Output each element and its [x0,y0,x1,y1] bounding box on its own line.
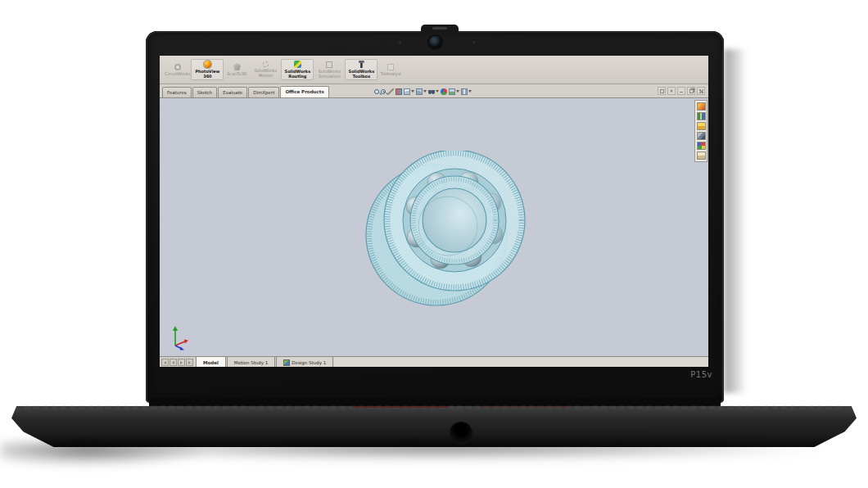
edit-appearance-icon [441,88,447,95]
previous-view-icon [387,88,394,95]
solidworks-resources-icon[interactable] [697,102,706,111]
task-pane [694,100,708,162]
previous-window-icon [660,89,664,93]
tab-evaluate[interactable]: Evaluate [218,87,247,97]
ball-bearing-model[interactable] [363,151,530,306]
microphone-left [399,41,401,43]
display-style-icon [416,88,423,95]
toolbar-item-photoview-360[interactable]: PhotoView 360 [191,59,224,80]
display-style-button[interactable] [416,88,427,95]
file-explorer-icon[interactable] [697,122,706,130]
toolbar-item-solidworks-motion[interactable]: SolidWorks Motion [250,61,281,79]
next-window-icon [671,89,673,93]
minimize-icon [680,92,683,93]
toolbar-item-circuitworks[interactable]: CircuitWorks [164,63,191,77]
study-tab-filler [334,357,708,367]
camera-shutter-slider [432,27,447,29]
previous-window-button[interactable] [658,87,666,95]
edit-appearance-button[interactable] [441,88,447,95]
reference-triad-icon [170,324,189,350]
section-view-icon [396,88,402,95]
next-tab-button[interactable] [178,359,185,366]
chevron-down-icon [468,90,472,93]
view-orientation-icon [404,88,410,95]
design-study-icon [283,359,290,366]
zoom-to-fit-icon [374,89,379,94]
keyboard-red-accent [352,406,449,408]
chevron-down-icon [411,90,414,93]
toolbar-item-solidworks-toolbox[interactable]: SolidWorks Toolbox [345,59,377,80]
scanto3d-icon [233,63,241,70]
tab-sketch[interactable]: Sketch [192,87,218,97]
study-tab-bar: Model Motion Study 1 Design Study 1 [160,356,708,367]
microphone-right [472,41,475,43]
keyboard-red-accent [480,406,570,408]
tab-motion-study-1[interactable]: Motion Study 1 [227,357,276,367]
next-window-button[interactable] [667,87,676,95]
photoview-360-icon [204,61,211,68]
view-settings-button[interactable] [461,88,472,95]
appearances-scenes-icon[interactable] [697,142,706,150]
solidworks-routing-icon [294,61,301,68]
hide-show-items-icon [428,88,435,95]
next-icon [180,361,183,364]
minimize-button[interactable] [677,87,685,95]
first-tab-button[interactable] [161,359,169,366]
solidworks-motion-icon [263,61,269,67]
tab-model[interactable]: Model [196,357,226,367]
hide-show-items-button[interactable] [428,88,439,95]
toolbar-item-tolanalyst[interactable]: TolAnalyst [377,63,404,77]
zoom-to-area-button[interactable] [381,89,386,94]
toolbar-item-solidworks-routing[interactable]: SolidWorks Routing [281,59,314,80]
tab-office-products[interactable]: Office Products [280,86,328,97]
zoom-to-area-icon [381,89,386,94]
chevron-down-icon [423,90,427,93]
section-view-button[interactable] [396,88,402,95]
zoom-to-fit-button[interactable] [374,89,379,94]
circuitworks-icon [174,64,181,70]
design-study-label: Design Study 1 [292,360,326,365]
view-orientation-button[interactable] [404,88,414,95]
document-window-controls [658,87,705,95]
restore-button[interactable] [687,87,695,95]
restore-icon [689,89,694,93]
laptop-model-label: P15v [671,370,712,379]
camera-shutter-tab [421,25,459,34]
apply-scene-icon [449,88,455,95]
lid-shadow [724,49,747,393]
last-tab-button[interactable] [186,359,193,366]
toolbar-item-scanto3d[interactable]: ScanTo3D [224,62,250,77]
addins-toolbar: CircuitWorks PhotoView 360 ScanTo3D Soli… [160,56,708,84]
first-icon [164,361,166,364]
heads-up-view-toolbar [374,86,472,97]
close-button[interactable] [697,87,705,95]
last-icon [188,361,191,364]
view-settings-icon [461,88,468,95]
close-icon [699,89,703,93]
tab-design-study-1[interactable]: Design Study 1 [276,357,333,367]
previous-icon [172,361,174,364]
graphics-viewport[interactable] [160,98,708,356]
command-manager-tab-row: Features Sketch Evaluate DimXpert Office… [160,84,708,98]
laptop-shadow [0,442,213,467]
apply-scene-button[interactable] [449,88,459,95]
solidworks-simulation-icon [326,61,332,68]
chevron-down-icon [436,90,439,93]
laptop-screen: CircuitWorks PhotoView 360 ScanTo3D Soli… [160,56,708,367]
tab-features[interactable]: Features [162,87,192,97]
laptop-product-shot: P15v CircuitWorks PhotoView 360 ScanTo3D… [0,0,868,488]
study-tab-nav [160,357,196,367]
webcam-icon [429,36,441,48]
tab-dimxpert[interactable]: DimXpert [248,87,279,97]
previous-view-button[interactable] [387,88,394,95]
design-library-icon[interactable] [697,112,706,120]
solidworks-toolbox-icon [358,61,365,68]
toolbar-item-solidworks-simulation[interactable]: SolidWorks Simulation [314,61,345,79]
previous-tab-button[interactable] [170,359,177,366]
tolanalyst-icon [387,64,394,70]
chevron-down-icon [456,90,459,93]
view-palette-icon[interactable] [697,132,706,140]
custom-properties-icon[interactable] [697,151,706,160]
